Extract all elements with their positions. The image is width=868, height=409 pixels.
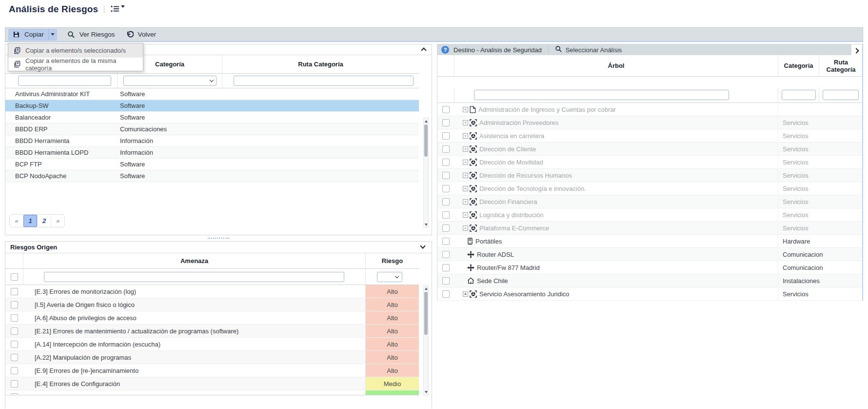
list-sort-menu-button[interactable] [110, 5, 125, 14]
tree-row[interactable]: + Dirección de Recursos Humanos Servicio… [437, 169, 862, 182]
table-row[interactable]: BBDD ERPComunicaciones [5, 123, 419, 135]
origen-collapse-button[interactable] [422, 46, 426, 54]
tree-row[interactable]: + Administración Proveedores Servicios [437, 116, 862, 129]
scroll-down-arrow[interactable] [424, 222, 428, 227]
riesgo-row[interactable]: [A.14] Intercepción de información (escu… [5, 338, 419, 351]
row-checkbox[interactable] [442, 264, 450, 271]
row-checkbox[interactable] [11, 341, 18, 348]
riesgo-row[interactable]: [E.9] Errores de [re-]encaminamientoAlto [5, 364, 419, 377]
row-checkbox[interactable] [442, 159, 450, 166]
row-checkbox[interactable] [442, 238, 450, 245]
categoria-filter-select[interactable] [123, 76, 217, 86]
select-analysis-button[interactable]: Seleccionar Análisis [555, 45, 622, 54]
scroll-thumb[interactable] [424, 124, 428, 157]
row-checkbox[interactable] [11, 354, 18, 361]
row-checkbox[interactable] [442, 251, 450, 258]
riesgo-row[interactable]: [E.4] Errores de ConfiguraciónMedio [5, 377, 419, 390]
menu-item-copy-selected[interactable]: Copiar a elemento/s seleccionado/s [8, 43, 143, 57]
ruta-categoria-filter-input[interactable] [823, 90, 859, 100]
tree-row[interactable]: Router/Fw 877 Madrid Comunicacion [437, 261, 862, 274]
tree-row[interactable]: Portátiles Hardware [437, 235, 862, 248]
amenaza-filter-input[interactable] [44, 272, 344, 282]
table-row-selected[interactable]: Backup-SWSoftware [5, 100, 419, 112]
row-checkbox[interactable] [442, 290, 450, 298]
copy-button[interactable]: Copiar [8, 29, 48, 41]
tree-row[interactable]: Router ADSL Comunicacion [437, 248, 862, 261]
expand-icon[interactable]: + [463, 199, 468, 204]
tree-row[interactable]: + Dirección de Tecnología e innovación. … [437, 182, 862, 195]
menu-item-copy-same-category[interactable]: Copiar a elementos de la misma categoría [8, 57, 143, 71]
row-checkbox[interactable] [11, 327, 18, 335]
destino-collapse-button[interactable] [852, 46, 861, 55]
row-checkbox[interactable] [11, 288, 18, 295]
expand-icon[interactable]: + [463, 225, 468, 231]
table-row[interactable]: BBDD HerramientaInformación [5, 135, 419, 147]
ruta-filter-input[interactable] [234, 76, 414, 86]
scroll-up-arrow[interactable] [424, 119, 428, 123]
origen-scrollbar[interactable] [423, 118, 429, 228]
tree-row[interactable]: + Asistencia en carretera Servicios [437, 129, 862, 143]
riesgo-row-clipped[interactable]: [E.2] Errores del administrador [5, 390, 419, 395]
view-risks-button[interactable]: Ver Riesgos [63, 29, 119, 41]
row-checkbox[interactable] [11, 393, 18, 396]
expand-icon[interactable]: + [463, 291, 468, 297]
table-row[interactable]: BBDD Herramienta LOPDInformación [5, 147, 419, 159]
tree-row[interactable]: + Dirección de Movilidad Servicios [437, 156, 862, 169]
help-icon[interactable]: ? [441, 46, 449, 54]
row-checkbox[interactable] [11, 301, 18, 308]
row-checkbox[interactable] [442, 198, 450, 205]
riesgo-row[interactable]: [A.22] Manipulación de programasAlto [5, 351, 419, 364]
expand-icon[interactable]: + [463, 160, 468, 165]
expand-icon[interactable]: + [463, 107, 468, 112]
row-checkbox[interactable] [11, 380, 18, 388]
back-button[interactable]: Volver [121, 29, 161, 41]
row-checkbox[interactable] [442, 172, 450, 179]
expand-icon[interactable]: + [463, 212, 468, 218]
tree-row[interactable]: + Plataforma E-Commerce Servicios [437, 222, 862, 235]
table-row[interactable]: BCP NodoApacheSoftware [5, 170, 419, 182]
table-row[interactable]: Antivirus Administrator KITSoftware [5, 88, 419, 100]
nombre-filter-input[interactable] [18, 76, 111, 86]
riesgo-row[interactable]: [I.5] Avería de Origen físico o lógicoAl… [5, 298, 419, 311]
riesgo-filter-select[interactable] [377, 272, 402, 282]
pagination-page-1[interactable]: 1 [23, 215, 37, 227]
tree-row[interactable]: + Dirección Financiera Servicios [437, 195, 862, 208]
row-checkbox[interactable] [442, 145, 450, 153]
table-row[interactable]: BalanceadorSoftware [5, 112, 419, 123]
tree-row[interactable]: + Logística y distribución Servicios [437, 208, 862, 222]
panel-splitter-handle[interactable] [208, 238, 229, 239]
riesgos-scrollbar[interactable] [423, 285, 429, 395]
riesgo-row[interactable]: [A.6] Abuso de privilegios de accesoAlto [5, 311, 419, 325]
copy-dropdown-caret[interactable] [48, 29, 57, 41]
table-row[interactable]: BCP FTPSoftware [5, 159, 419, 170]
expand-icon[interactable]: + [463, 133, 468, 139]
tree-row[interactable]: + Dirección de Cliente Servicios [437, 143, 862, 156]
expand-icon[interactable]: + [463, 146, 468, 152]
row-checkbox[interactable] [442, 106, 450, 113]
pagination-page-2[interactable]: 2 [37, 215, 51, 227]
scroll-thumb[interactable] [424, 292, 428, 335]
tree-row[interactable]: + Servicio Asesoramiento Juridico Servic… [437, 287, 862, 301]
riesgos-collapse-button[interactable] [421, 244, 425, 251]
tree-row[interactable]: Sede Chile Instalaciones [437, 274, 862, 287]
row-checkbox[interactable] [442, 211, 450, 219]
row-checkbox[interactable] [442, 132, 450, 140]
pagination-prev[interactable]: « [10, 215, 23, 227]
tree-row[interactable]: + Administración de Ingresos y Cuentas p… [437, 103, 862, 116]
row-checkbox[interactable] [442, 277, 450, 285]
scroll-up-arrow[interactable] [424, 286, 428, 291]
arbol-filter-input[interactable] [474, 90, 729, 100]
expand-icon[interactable]: + [463, 186, 468, 191]
row-checkbox[interactable] [442, 185, 450, 192]
expand-icon[interactable]: + [463, 173, 468, 178]
select-all-checkbox[interactable] [11, 273, 18, 281]
expand-icon[interactable]: + [463, 120, 468, 125]
row-checkbox[interactable] [11, 314, 18, 322]
row-checkbox[interactable] [11, 367, 18, 374]
row-checkbox[interactable] [442, 225, 450, 232]
riesgo-row[interactable]: [E.3] Errores de monitorización (log)Alt… [5, 285, 419, 298]
pagination-next[interactable]: » [51, 215, 64, 227]
table-row-clipped[interactable]: Centro de contabilidad del clienteCentro… [5, 182, 419, 184]
categoria-filter-input[interactable] [782, 90, 816, 100]
row-checkbox[interactable] [442, 119, 450, 126]
